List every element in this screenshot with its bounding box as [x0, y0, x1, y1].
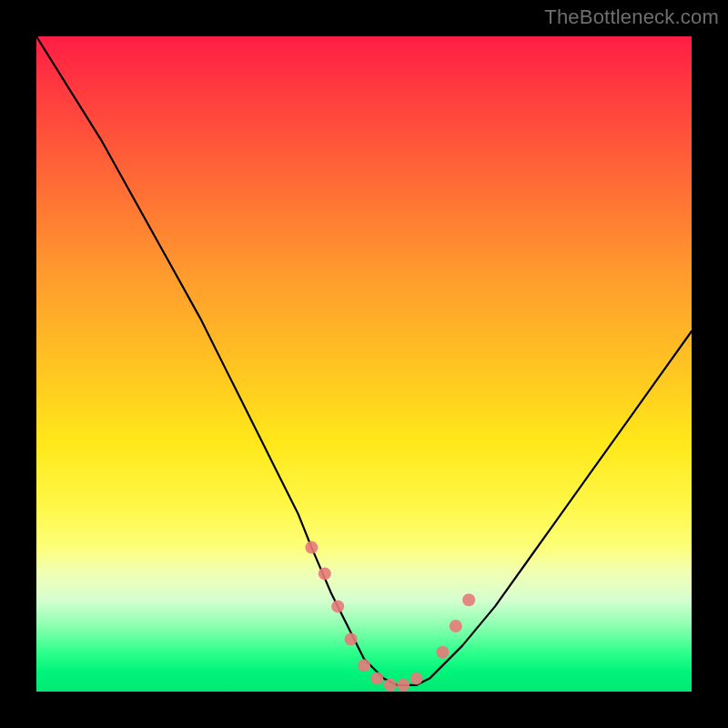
- svg-point-3: [345, 632, 358, 645]
- svg-point-4: [358, 659, 370, 672]
- svg-point-2: [331, 600, 344, 612]
- watermark-text: TheBottleneck.com: [544, 5, 719, 29]
- svg-point-8: [410, 672, 423, 685]
- curve-line: [36, 36, 692, 685]
- marker-dots: [305, 541, 475, 692]
- svg-point-10: [450, 620, 462, 632]
- svg-point-6: [384, 679, 397, 692]
- chart-svg: [36, 36, 692, 692]
- svg-point-11: [462, 593, 475, 606]
- plot-area: [36, 36, 692, 692]
- outer-frame: TheBottleneck.com: [0, 0, 728, 728]
- svg-point-5: [370, 672, 383, 685]
- svg-point-0: [305, 541, 318, 554]
- svg-point-7: [397, 679, 410, 692]
- svg-point-1: [318, 567, 331, 580]
- svg-point-9: [436, 646, 449, 659]
